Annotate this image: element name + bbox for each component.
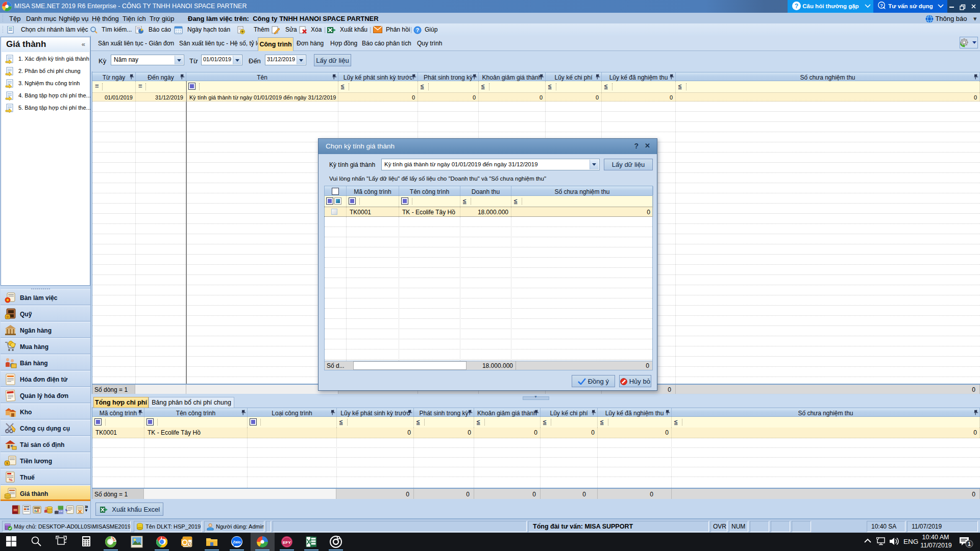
svg-text:Zalo: Zalo [233,540,241,544]
svg-text:?: ? [880,3,883,8]
svg-text:?: ? [416,27,419,33]
svg-text:?: ? [795,3,798,10]
svg-text:%: % [9,478,12,482]
svg-text:1: 1 [968,541,971,547]
svg-text:EFY: EFY [283,540,291,545]
